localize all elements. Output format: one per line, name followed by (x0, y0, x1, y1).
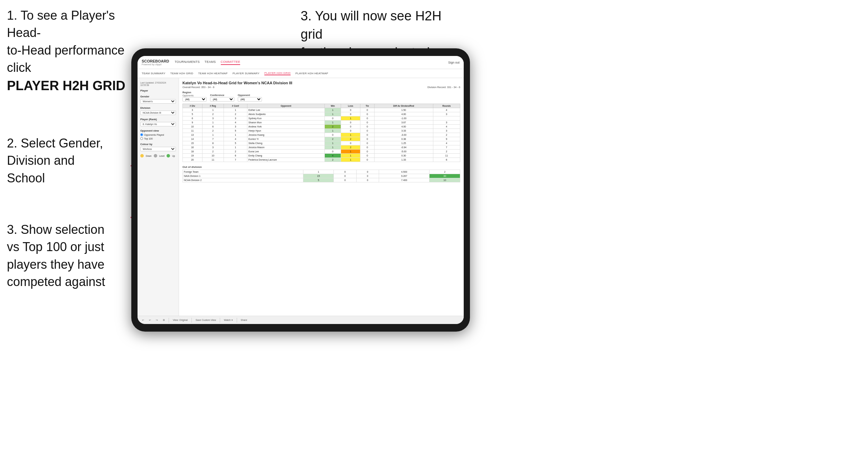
cell-opponent: Stella Cheng (247, 141, 325, 145)
view-original-btn[interactable]: View: Original (172, 318, 189, 322)
filter-opponent: Opponent (All) (238, 94, 262, 102)
ood-team: NCAA Division 2 (183, 178, 303, 182)
cell-win: 1 (324, 112, 341, 116)
col-conf: # Conf (224, 104, 247, 108)
cell-rounds: 6 (433, 158, 460, 162)
cell-reg: 1 (202, 121, 224, 125)
sub-nav-team-h2h-grid[interactable]: TEAM H2H GRID (170, 72, 194, 75)
cell-loss: 2 (341, 137, 360, 141)
sidebar-opponent-view-section: Opponent view Opponents Played Top 100 (140, 129, 176, 140)
sidebar-gender-select[interactable]: Women's (140, 99, 176, 104)
cell-tie: 0 (360, 137, 374, 141)
cell-win: 0 (324, 133, 341, 137)
cell-div: 16 (183, 145, 202, 150)
nav-committee[interactable]: COMMITTEE (221, 60, 240, 65)
cell-tie: 0 (360, 125, 374, 129)
cell-opponent: Sydney Kuo (247, 116, 325, 121)
sub-nav-player-summary[interactable]: PLAYER SUMMARY (233, 72, 260, 75)
sidebar-player-rank-select[interactable]: 8. Katelyn Vo (140, 122, 176, 126)
table-row: 18 2 2 Euna Lee 0 1 0 -5.00 2 (183, 150, 460, 154)
sidebar-gender-section: Gender Women's (140, 95, 176, 104)
redo2-btn[interactable]: ↪ (155, 318, 159, 322)
cell-diff: 1.33 (374, 158, 433, 162)
cell-tie: 0 (360, 108, 374, 112)
cell-diff: -5.00 (374, 150, 433, 154)
cell-opponent: Alexis Sudjianto (247, 112, 325, 116)
sidebar-division-label: Division (140, 106, 176, 109)
cell-rounds: 4 (433, 141, 460, 145)
opponents-label: Opponents: (182, 94, 207, 97)
legend-up-label: Up (172, 155, 175, 157)
nav-tournaments[interactable]: TOURNAMENTS (174, 60, 200, 65)
filter-conference: Conference (All) (210, 94, 234, 102)
col-reg: # Reg (202, 104, 224, 108)
cell-conf: 2 (224, 150, 247, 154)
cell-loss: 0 (341, 112, 360, 116)
sidebar-radio-opponents-played[interactable]: Opponents Played (140, 133, 176, 136)
instruction-3-bottom: 3. Show selection vs Top 100 or just pla… (7, 221, 135, 291)
cell-win: 1 (324, 121, 341, 125)
filters-row: Region Opponents: (All) Conference (All) (182, 91, 460, 102)
cell-opponent: Andrea York (247, 125, 325, 129)
out-of-division-table: Foreign Team 1 0 0 4.500 2 NAIA Division… (182, 170, 460, 182)
main-data: Katelyn Vo Head-to-Head Grid for Women's… (179, 78, 464, 316)
sidebar-player-label: Player (140, 89, 176, 92)
cell-div: 18 (183, 150, 202, 154)
cell-diff: -1.00 (374, 116, 433, 121)
col-opponent: Opponent (247, 104, 325, 108)
cell-div: 20 (183, 158, 202, 162)
sidebar-colour-by-select[interactable]: Win/loss (140, 147, 176, 151)
cell-reg: 2 (202, 112, 224, 116)
legend-level-label: Level (159, 155, 165, 157)
cell-conf: 5 (224, 129, 247, 133)
cell-diff: -0.94 (374, 145, 433, 150)
col-diff: Diff Av Strokes/Rnd (374, 104, 433, 108)
grid-subtitle: Overall Record: 353 - 34 - 6 Division Re… (182, 86, 460, 89)
share-btn[interactable]: Share (240, 318, 248, 322)
nav-sign-out[interactable]: Sign out (448, 61, 460, 64)
sidebar-radio-top100[interactable]: Top 100 (140, 137, 176, 140)
grid-title: Katelyn Vo Head-to-Head Grid for Women's… (182, 81, 460, 85)
cell-rounds: 11 (433, 154, 460, 158)
sub-nav-player-h2h-grid[interactable]: PLAYER H2H GRID (264, 72, 291, 75)
watch-btn[interactable]: Watch ▾ (223, 318, 234, 322)
legend-up-dot (167, 154, 170, 158)
region-select[interactable]: (All) (182, 97, 207, 102)
cell-rounds: 2 (433, 150, 460, 154)
ood-team: Foreign Team (183, 170, 303, 174)
redo-btn[interactable]: ↩ (148, 318, 152, 322)
legend-level-dot (154, 154, 157, 158)
cell-diff: -3.00 (374, 133, 433, 137)
cell-tie: 0 (360, 116, 374, 121)
out-of-division-header: Out of division (182, 165, 460, 169)
sidebar-gender-label: Gender (140, 95, 176, 98)
cell-loss: 0 (341, 125, 360, 129)
cell-reg: 1 (202, 133, 224, 137)
ood-diff: 9.267 (379, 174, 430, 178)
sidebar-division-select[interactable]: NCAA Division III (140, 111, 176, 115)
ood-diff: 7.400 (379, 178, 430, 182)
conference-select[interactable]: (All) (210, 97, 234, 102)
nav-teams[interactable]: TEAMS (205, 60, 216, 65)
legend-down-label: Down (146, 155, 152, 157)
cell-reg: 3 (202, 116, 224, 121)
sub-nav-team-h2h-heatmap[interactable]: TEAM H2H HEATMAP (198, 72, 228, 75)
sub-nav-player-h2h-heatmap[interactable]: PLAYER H2H HEATMAP (295, 72, 328, 75)
sidebar-opponent-view-label: Opponent view (140, 129, 176, 132)
settings-btn[interactable]: ⚙ (162, 318, 166, 322)
save-custom-btn[interactable]: Save Custom View (195, 318, 217, 322)
sidebar-radio-group: Opponents Played Top 100 (140, 133, 176, 140)
filter-region: Region Opponents: (All) (182, 91, 207, 102)
sub-nav-team-summary[interactable]: TEAM SUMMARY (142, 72, 166, 75)
cell-tie: 0 (360, 141, 374, 145)
cell-opponent: Esther Lee (247, 108, 325, 112)
cell-conf: 4 (224, 137, 247, 141)
cell-loss: 1 (341, 154, 360, 158)
cell-loss: 1 (341, 116, 360, 121)
cell-reg: 10 (202, 154, 224, 158)
opponent-select[interactable]: (All) (238, 97, 262, 102)
sidebar-timestamp: Last Updated: 27/03/2024 16:55:38 (140, 82, 176, 86)
cell-rounds: 2 (433, 133, 460, 137)
undo-btn[interactable]: ↩ (141, 318, 145, 322)
cell-opponent: Jessica Mason (247, 145, 325, 150)
